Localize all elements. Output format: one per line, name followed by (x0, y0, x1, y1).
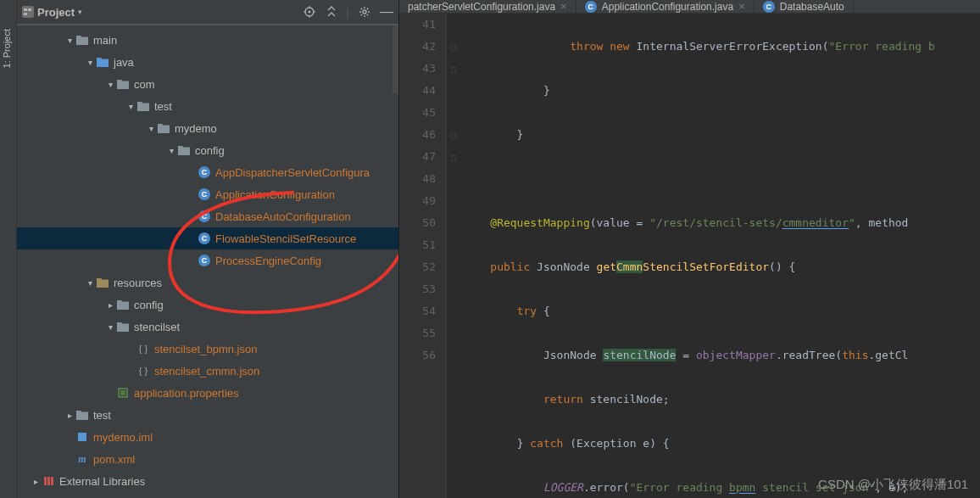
collapse-all-icon[interactable] (325, 5, 338, 19)
gear-icon[interactable] (358, 5, 371, 19)
tree-folder-config2[interactable]: config (17, 294, 398, 316)
class-icon: C (198, 255, 210, 266)
tree-folder-config[interactable]: config (17, 139, 398, 161)
tree-folder-test[interactable]: test (17, 95, 398, 117)
maven-file-icon: m (75, 452, 89, 466)
class-icon: C (763, 1, 775, 13)
tool-window-bar[interactable]: 1: Project (0, 0, 17, 498)
svg-rect-12 (44, 477, 47, 485)
iml-file-icon (75, 430, 89, 444)
tree-folder-com[interactable]: com (17, 73, 398, 95)
project-view-icon (22, 6, 34, 18)
svg-rect-0 (24, 8, 27, 11)
project-panel: Project ▾ | — main java com test mydemo … (17, 0, 399, 498)
panel-title[interactable]: Project ▾ (22, 6, 303, 19)
watermark: CSDN @小飞侠彼得潘101 (818, 477, 968, 493)
class-icon: C (198, 232, 210, 244)
tree-folder-mydemo[interactable]: mydemo (17, 117, 398, 139)
close-icon[interactable]: × (560, 0, 567, 13)
svg-rect-1 (28, 8, 31, 11)
locate-icon[interactable] (303, 5, 316, 19)
library-icon (42, 474, 55, 488)
hide-icon[interactable]: — (380, 5, 393, 19)
tree-folder-resources[interactable]: resources (17, 271, 398, 294)
svg-rect-2 (24, 13, 27, 15)
tree-folder-main[interactable]: main (17, 29, 398, 51)
tree-class-dbauto[interactable]: CDatabaseAutoConfiguration (17, 205, 398, 227)
editor-tab-appconfig[interactable]: CApplicationConfiguration.java× (576, 0, 754, 13)
svg-point-4 (308, 11, 310, 14)
class-icon: C (198, 210, 210, 222)
panel-title-label: Project (37, 6, 75, 19)
json-file-icon: { } (136, 342, 150, 355)
dropdown-icon: ▾ (78, 8, 82, 16)
svg-rect-13 (47, 477, 50, 485)
tree-class-appconfig[interactable]: CApplicationConfiguration (17, 183, 398, 205)
line-gutter: 41424344 45464748 49505152 53545556 ⬚ ⬚ … (399, 14, 447, 498)
svg-rect-11 (78, 433, 86, 441)
json-file-icon: { } (136, 364, 150, 378)
scrollbar[interactable] (393, 25, 398, 467)
project-tree[interactable]: main java com test mydemo config CAppDis… (17, 25, 398, 498)
editor-tab-bar: patcherServletConfiguration.java× CAppli… (399, 0, 980, 14)
tree-external-libs[interactable]: External Libraries (17, 470, 398, 492)
tree-file-pom[interactable]: mpom.xml (17, 448, 398, 470)
class-icon: C (198, 166, 210, 178)
class-icon: C (585, 1, 597, 13)
tree-class-flowablestencil[interactable]: CFlowableStencilSetResource (17, 227, 398, 249)
tree-file-app-props[interactable]: application.properties (17, 382, 398, 404)
code-content[interactable]: throw new InternalServerErrorException("… (447, 14, 980, 498)
tree-folder-java[interactable]: java (17, 51, 398, 73)
editor-area: patcherServletConfiguration.java× CAppli… (399, 0, 980, 498)
code-editor[interactable]: 41424344 45464748 49505152 53545556 ⬚ ⬚ … (399, 14, 980, 498)
editor-tab-dbauto[interactable]: CDatabaseAuto (754, 0, 854, 13)
tree-file-stencil-cmmn[interactable]: { }stencilset_cmmn.json (17, 360, 398, 382)
tree-file-iml[interactable]: mydemo.iml (17, 426, 398, 448)
tree-folder-stencilset[interactable]: stencilset (17, 316, 398, 338)
tree-class-processengine[interactable]: CProcessEngineConfig (17, 249, 398, 271)
tree-file-stencil-bpmn[interactable]: { }stencilset_bpmn.json (17, 338, 398, 360)
tree-folder-test2[interactable]: test (17, 404, 398, 426)
project-tool-tab[interactable]: 1: Project (0, 25, 14, 71)
close-icon[interactable]: × (738, 0, 745, 13)
svg-point-9 (363, 10, 366, 14)
editor-tab-dispatcher[interactable]: patcherServletConfiguration.java× (399, 0, 576, 13)
class-icon: C (198, 188, 210, 200)
properties-file-icon (116, 386, 130, 400)
panel-header: Project ▾ | — (17, 0, 398, 25)
tree-class-appdispatcher[interactable]: CAppDispatcherServletConfigura (17, 161, 398, 183)
svg-rect-14 (51, 477, 53, 485)
